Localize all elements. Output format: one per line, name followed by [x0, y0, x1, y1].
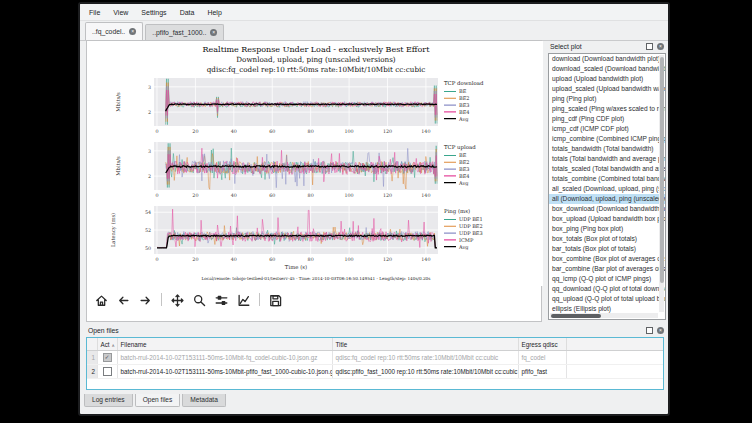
- svg-text:BE3: BE3: [459, 102, 470, 108]
- float-dock-icon[interactable]: [646, 43, 653, 50]
- close-dock-icon[interactable]: ×: [657, 43, 664, 50]
- open-files-table: Act∧FilenameTitleEgress qdisc1✓batch-rru…: [86, 337, 664, 390]
- plot-list-horizontal-scrollbar[interactable]: [550, 313, 658, 318]
- forward-icon[interactable]: [139, 293, 152, 306]
- svg-text:UDP BE3: UDP BE3: [459, 230, 483, 236]
- plot-list-item[interactable]: box_combine (Box plot of averages of se: [549, 254, 665, 264]
- plot-list-item[interactable]: upload (Upload bandwidth plot): [549, 74, 665, 84]
- zoom-icon[interactable]: [193, 293, 206, 306]
- select-plot-title: Select plot: [550, 43, 582, 50]
- plot-list-item[interactable]: box_ping (Ping box plot): [549, 224, 665, 234]
- plot-list-item[interactable]: ping_cdf (Ping CDF plot): [549, 114, 665, 124]
- svg-text:TCP upload: TCP upload: [444, 144, 476, 151]
- plot-list-item[interactable]: totals_combine (Combined total bandw: [549, 174, 665, 184]
- plot-list-item[interactable]: ping_scaled (Ping w/axes scaled to remo: [549, 104, 665, 114]
- plot-list-item[interactable]: download_scaled (Download bandwidth w/a: [549, 64, 665, 74]
- filler-cell: [566, 351, 664, 365]
- save-icon[interactable]: [269, 293, 282, 306]
- active-checkbox[interactable]: [103, 367, 112, 376]
- plot-list-item[interactable]: all (Download, upload, ping (unscaled ve: [549, 194, 665, 204]
- plot-list-item[interactable]: totals_scaled (Total bandwidth and aver: [549, 164, 665, 174]
- menu-view[interactable]: View: [113, 9, 128, 16]
- svg-text:80: 80: [308, 257, 314, 262]
- plot-tab-1[interactable]: ..pfifo_fast_1000..×: [145, 24, 224, 40]
- svg-text:Avg: Avg: [458, 244, 469, 251]
- plot-panel: 02040608010012014023Mbits/sTCP downloadB…: [86, 40, 542, 322]
- plot-list-item[interactable]: qq_icmp (Q-Q plot of ICMP pings): [549, 274, 665, 284]
- plot-list-item[interactable]: box_totals (Box plot of totals): [549, 234, 665, 244]
- back-icon[interactable]: [117, 293, 130, 306]
- plot-list-item[interactable]: bar_combine (Bar plot of averages of se: [549, 264, 665, 274]
- scrollbar-thumb[interactable]: [551, 314, 601, 318]
- svg-text:140: 140: [421, 129, 430, 134]
- plot-list-item[interactable]: upload_scaled (Upload bandwidth w/ax: [549, 84, 665, 94]
- svg-text:BE2: BE2: [459, 95, 470, 101]
- column-header-egress-qdisc[interactable]: Egress qdisc: [518, 338, 566, 351]
- plot-list-item[interactable]: ping (Ping plot): [549, 94, 665, 104]
- svg-text:120: 120: [383, 257, 392, 262]
- plot-list-vertical-scrollbar[interactable]: [659, 55, 664, 312]
- bottom-tab-metadata[interactable]: Metadata: [182, 394, 226, 407]
- customize-icon[interactable]: [237, 293, 250, 306]
- float-dock-icon[interactable]: [646, 327, 653, 334]
- menu-file[interactable]: File: [89, 9, 100, 16]
- menu-help[interactable]: Help: [207, 9, 221, 16]
- svg-text:BE4: BE4: [459, 109, 470, 115]
- plot-list-item[interactable]: icmp_combine (Combined ICMP ping pl: [549, 134, 665, 144]
- plot-list-item[interactable]: download (Download bandwidth plot): [549, 54, 665, 64]
- svg-text:Mbits/s: Mbits/s: [115, 156, 121, 176]
- egress-qdisc-cell: pfifo_fast: [518, 365, 566, 379]
- svg-text:120: 120: [383, 193, 392, 198]
- svg-text:Avg: Avg: [458, 180, 469, 187]
- home-icon[interactable]: [95, 293, 108, 306]
- tab-close-icon[interactable]: ×: [129, 28, 136, 35]
- column-header-title[interactable]: Title: [332, 338, 518, 351]
- figure-canvas[interactable]: 02040608010012014023Mbits/sTCP downloadB…: [87, 41, 543, 286]
- plot-list-item[interactable]: box_download (Download bandwidth b: [549, 204, 665, 214]
- close-dock-icon[interactable]: ×: [657, 327, 664, 334]
- menu-data[interactable]: Data: [180, 9, 195, 16]
- column-header-filler: [566, 338, 664, 351]
- select-plot-dock: Select plot × download (Download bandwid…: [546, 40, 667, 322]
- active-checkbox[interactable]: ✓: [103, 353, 112, 362]
- bottom-tab-log-entries[interactable]: Log entries: [84, 394, 133, 407]
- tab-close-icon[interactable]: ×: [210, 29, 217, 36]
- svg-text:52: 52: [145, 228, 151, 233]
- select-plot-list: download (Download bandwidth plot)downlo…: [548, 53, 666, 320]
- select-plot-items: download (Download bandwidth plot)downlo…: [549, 54, 665, 314]
- plot-list-item[interactable]: qq_upload (Q-Q plot of total upload ban: [549, 294, 665, 304]
- svg-text:Download, upload, ping (unscal: Download, upload, ping (unscaled version…: [236, 55, 396, 64]
- plot-list-item[interactable]: icmp_cdf (ICMP CDF plot): [549, 124, 665, 134]
- svg-text:BE2: BE2: [459, 159, 470, 165]
- svg-text:Latency (ms): Latency (ms): [110, 213, 117, 247]
- plot-list-item[interactable]: totals (Total bandwidth and average pin: [549, 154, 665, 164]
- svg-text:60: 60: [269, 257, 275, 262]
- scrollbar-thumb[interactable]: [660, 57, 664, 283]
- plot-tab-0[interactable]: ..fq_codel..×: [85, 22, 143, 40]
- plot-list-item[interactable]: bar_totals (Box plot of totals): [549, 244, 665, 254]
- column-header-index: [87, 338, 97, 351]
- column-header-filename[interactable]: Filename: [117, 338, 332, 351]
- plot-list-item[interactable]: box_upload (Upload bandwidth box plo: [549, 214, 665, 224]
- plot-list-item[interactable]: qq_download (Q-Q plot of total downloa: [549, 284, 665, 294]
- open-file-row[interactable]: 2batch-rrul-2014-10-02T153111-50ms-10Mbi…: [87, 365, 664, 379]
- svg-text:0: 0: [155, 129, 158, 134]
- title-cell: qdisc:pfifo_fast_1000 rep:10 rtt:50ms ra…: [332, 365, 518, 379]
- svg-text:100: 100: [344, 129, 353, 134]
- menu-settings[interactable]: Settings: [141, 9, 166, 16]
- open-file-row[interactable]: 1✓batch-rrul-2014-10-02T153111-50ms-10Mb…: [87, 351, 664, 365]
- open-files-title: Open files: [88, 327, 119, 334]
- svg-text:100: 100: [344, 193, 353, 198]
- svg-text:UDP BE1: UDP BE1: [459, 216, 483, 222]
- pan-icon[interactable]: [171, 293, 184, 306]
- plot-list-item[interactable]: totals_bandwidth (Total bandwidth): [549, 144, 665, 154]
- svg-text:20: 20: [192, 129, 198, 134]
- column-header-act[interactable]: Act∧: [97, 338, 117, 351]
- svg-text:BE4: BE4: [459, 173, 470, 179]
- bottom-tab-open-files[interactable]: Open files: [135, 394, 181, 407]
- plot-list-item[interactable]: all_scaled (Download, upload, ping (scal: [549, 184, 665, 194]
- svg-text:20: 20: [192, 257, 198, 262]
- tab-label: ..pfifo_fast_1000..: [152, 29, 206, 36]
- subplots-icon[interactable]: [215, 293, 228, 306]
- svg-text:Avg: Avg: [458, 116, 469, 123]
